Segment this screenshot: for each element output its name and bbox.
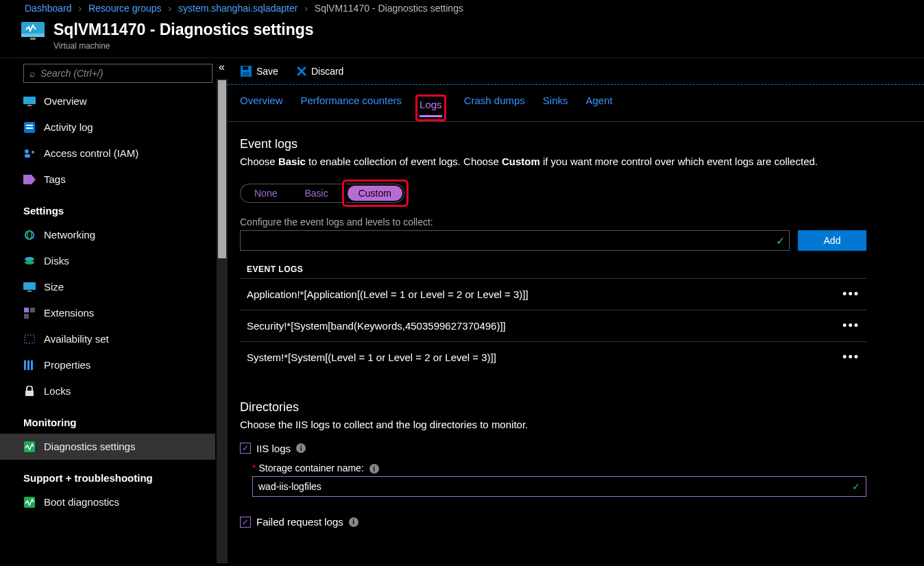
info-icon[interactable]: i: [296, 443, 306, 453]
disk-icon: [23, 255, 36, 267]
iam-icon: [23, 147, 36, 160]
search-input[interactable]: ⌕ Search (Ctrl+/): [23, 64, 212, 83]
sidebar-item-label: Properties: [44, 359, 90, 371]
extensions-icon: [23, 307, 36, 319]
sidebar-item-label: Overview: [44, 95, 87, 107]
sidebar-item-disks[interactable]: Disks: [0, 248, 215, 274]
sidebar-group-monitoring: Monitoring: [0, 404, 215, 434]
svg-rect-25: [25, 391, 34, 396]
svg-point-10: [32, 151, 34, 153]
save-button[interactable]: Save: [240, 65, 278, 77]
monitor-icon: [23, 95, 36, 108]
tab-logs[interactable]: Logs: [420, 99, 442, 117]
svg-rect-20: [24, 314, 29, 319]
table-row: System!*[System[(Level = 1 or Level = 2 …: [240, 341, 866, 373]
storage-input[interactable]: wad-iis-logfiles ✓: [252, 476, 866, 497]
info-icon[interactable]: i: [369, 464, 379, 473]
svg-marker-11: [23, 175, 36, 184]
row-menu-icon[interactable]: •••: [842, 319, 860, 333]
sidebar-item-availability[interactable]: Availability set: [0, 326, 215, 352]
table-row: Application!*[Application[(Level = 1 or …: [240, 278, 866, 310]
tab-perfcounters[interactable]: Performance counters: [301, 95, 402, 121]
add-button[interactable]: Add: [798, 230, 866, 251]
tab-agent[interactable]: Agent: [586, 95, 613, 121]
tabs: Overview Performance counters Logs Crash…: [228, 85, 924, 122]
breadcrumb-link-adapter[interactable]: system.shanghai.sqladapter: [178, 3, 297, 14]
svg-rect-9: [25, 154, 30, 158]
table-row: Security!*[System[band(Keywords,45035996…: [240, 310, 866, 341]
svg-rect-2: [30, 38, 36, 40]
storage-label: *Storage container name: i: [252, 463, 866, 474]
sidebar-item-label: Disks: [44, 255, 69, 267]
pill-custom[interactable]: Custom: [348, 186, 402, 201]
sidebar-item-boot-diagnostics[interactable]: Boot diagnostics: [0, 489, 215, 515]
failed-label: Failed request logs: [256, 516, 343, 528]
svg-rect-4: [27, 105, 32, 106]
iis-checkbox[interactable]: ✓: [240, 443, 251, 454]
close-icon: [296, 66, 307, 77]
sidebar-item-tags[interactable]: Tags: [0, 167, 215, 193]
sidebar-item-properties[interactable]: Properties: [0, 352, 215, 378]
svg-rect-16: [23, 282, 36, 290]
sidebar-item-label: Extensions: [44, 307, 94, 319]
svg-point-12: [25, 231, 34, 239]
breadcrumb-link-dashboard[interactable]: Dashboard: [25, 3, 72, 14]
svg-rect-21: [25, 335, 34, 343]
tab-crashdumps[interactable]: Crash dumps: [464, 95, 525, 121]
sidebar-item-label: Locks: [44, 385, 71, 397]
sidebar: « ⌕ Search (Ctrl+/) Overview Activity lo…: [0, 58, 228, 566]
page-subtitle: Virtual machine: [53, 41, 314, 51]
discard-button[interactable]: Discard: [296, 66, 343, 77]
sidebar-item-label: Diagnostics settings: [44, 441, 135, 452]
sidebar-item-label: Size: [44, 281, 64, 293]
availability-icon: [23, 333, 36, 345]
properties-icon: [23, 359, 36, 371]
eventlogs-title: Event logs: [240, 137, 866, 151]
svg-point-13: [27, 231, 32, 239]
row-menu-icon[interactable]: •••: [842, 287, 860, 302]
sidebar-group-settings: Settings: [0, 193, 215, 222]
pill-basic[interactable]: Basic: [291, 184, 341, 202]
sidebar-item-label: Availability set: [44, 333, 109, 345]
sidebar-item-iam[interactable]: Access control (IAM): [0, 140, 215, 167]
breadcrumb-link-rg[interactable]: Resource groups: [88, 3, 162, 14]
lock-icon: [23, 385, 36, 397]
pill-none[interactable]: None: [241, 184, 291, 202]
sidebar-scrollbar[interactable]: [217, 79, 228, 563]
row-menu-icon[interactable]: •••: [842, 350, 860, 365]
breadcrumb-current: SqlVM11470 - Diagnostics settings: [315, 3, 463, 14]
vm-icon: [21, 21, 45, 41]
sidebar-item-overview[interactable]: Overview: [0, 88, 215, 114]
failed-checkbox[interactable]: ✓: [240, 517, 251, 528]
svg-rect-6: [26, 125, 33, 126]
eventlogs-desc: Choose Basic to enable collection of eve…: [240, 156, 866, 167]
svg-rect-17: [27, 291, 32, 292]
breadcrumb: Dashboard › Resource groups › system.sha…: [0, 0, 924, 16]
info-icon[interactable]: i: [349, 517, 358, 527]
eventlog-input[interactable]: ✓: [240, 230, 790, 251]
search-icon: ⌕: [29, 68, 35, 79]
tab-sinks[interactable]: Sinks: [543, 95, 568, 121]
sidebar-item-label: Boot diagnostics: [44, 496, 119, 508]
size-icon: [23, 281, 36, 293]
svg-rect-19: [30, 308, 35, 312]
check-icon: ✓: [852, 481, 860, 492]
log-mode-toggle: None Basic: [240, 184, 342, 203]
svg-rect-22: [24, 360, 26, 370]
sidebar-item-diagnostics[interactable]: Diagnostics settings: [0, 434, 215, 460]
sidebar-item-networking[interactable]: Networking: [0, 222, 215, 248]
svg-rect-7: [26, 127, 33, 129]
configure-label: Configure the event logs and levels to c…: [240, 217, 866, 227]
tab-overview[interactable]: Overview: [240, 95, 283, 121]
collapse-icon[interactable]: «: [219, 61, 225, 73]
sidebar-item-extensions[interactable]: Extensions: [0, 300, 215, 326]
sidebar-item-locks[interactable]: Locks: [0, 378, 215, 404]
sidebar-group-support: Support + troubleshooting: [0, 460, 215, 489]
eventlogs-table-header: EVENT LOGS: [240, 260, 866, 278]
svg-rect-24: [31, 360, 33, 370]
sidebar-item-size[interactable]: Size: [0, 274, 215, 300]
sidebar-item-label: Networking: [44, 229, 95, 241]
svg-rect-3: [23, 97, 36, 104]
svg-rect-1: [21, 34, 45, 37]
sidebar-item-activity-log[interactable]: Activity log: [0, 114, 215, 140]
